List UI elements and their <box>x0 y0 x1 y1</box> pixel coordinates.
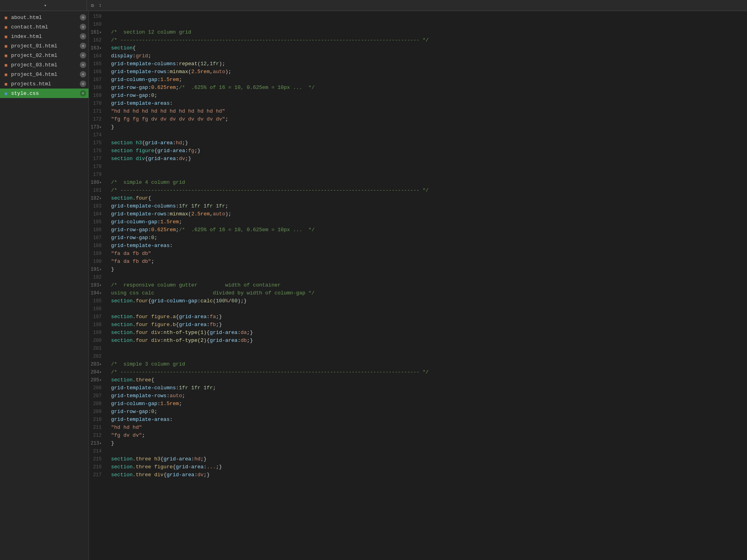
code-line <box>111 21 747 28</box>
code-editor[interactable]: 159160161 ▾162163 ▾164165166167168169170… <box>89 11 747 560</box>
code-line: /* -------------------------------------… <box>111 36 747 44</box>
code-line: grid-template-rows: minmax(2.5rem, auto)… <box>111 68 747 76</box>
line-number: 185 <box>89 218 105 226</box>
close-file-button[interactable]: ✕ <box>80 14 86 21</box>
document-selector[interactable]: ▾ <box>0 0 87 11</box>
sidebar-file-item[interactable]: project_01.html✕ <box>0 41 89 51</box>
code-line: grid-template-rows: auto; <box>111 392 747 400</box>
code-line: grid-column-gap: 1.5rem; <box>111 76 747 84</box>
code-line: /* -------------------------------------… <box>111 187 747 194</box>
sidebar-file-item[interactable]: index.html✕ <box>0 32 89 41</box>
file-sidebar: about.html✕contact.html✕index.html✕proje… <box>0 11 89 560</box>
line-number: 184 <box>89 210 105 218</box>
filepath-bar: ⚙ ↕ <box>87 0 106 11</box>
line-number: 192 <box>89 273 105 281</box>
code-line: grid-template-columns: 1fr 1fr 1fr; <box>111 384 747 392</box>
line-number: 160 <box>89 21 105 28</box>
code-line: section.four div:nth-of-type(2) { grid-a… <box>111 337 747 345</box>
code-line: grid-column-gap: 1.5rem; <box>111 400 747 408</box>
line-number: 198 <box>89 321 105 329</box>
code-line <box>111 163 747 171</box>
code-line <box>111 447 747 455</box>
code-line <box>111 353 747 360</box>
line-number: 194 ▾ <box>89 289 105 297</box>
code-line: /* responsive column gutter width of con… <box>111 281 747 289</box>
line-number: 172 <box>89 115 105 123</box>
file-name: contact.html <box>11 24 80 30</box>
close-file-button[interactable]: ✕ <box>80 71 86 77</box>
close-file-button[interactable]: ✕ <box>80 24 86 30</box>
close-file-button[interactable]: ✕ <box>80 62 86 68</box>
code-line: grid-template-areas: <box>111 242 747 250</box>
close-file-button[interactable]: ✕ <box>80 81 86 87</box>
sidebar-file-item[interactable]: about.html✕ <box>0 13 89 22</box>
line-number: 215 <box>89 455 105 463</box>
code-line: grid-row-gap: 0.625rem; /* .625% of 16 =… <box>111 226 747 234</box>
code-line: section.three div { grid-area: dv; } <box>111 471 747 479</box>
code-line: section figure { grid-area: fg; } <box>111 147 747 155</box>
line-number: 177 <box>89 155 105 163</box>
html-file-icon <box>3 43 9 49</box>
code-line: grid-row-gap: 0.625rem; /* .625% of 16 =… <box>111 84 747 92</box>
css-file-icon <box>3 91 9 96</box>
line-number: 216 <box>89 463 105 471</box>
file-name: project_01.html <box>11 43 80 49</box>
line-number: 165 <box>89 60 105 68</box>
code-line: section.three { <box>111 376 747 384</box>
sidebar-file-item[interactable]: project_02.html✕ <box>0 51 89 60</box>
line-number: 178 <box>89 163 105 171</box>
line-number: 189 <box>89 250 105 258</box>
code-line: grid-column-gap: 1.5rem; <box>111 218 747 226</box>
line-number: 170 <box>89 100 105 107</box>
main-layout: about.html✕contact.html✕index.html✕proje… <box>0 11 747 560</box>
line-number: 204 ▾ <box>89 368 105 376</box>
sidebar-file-item[interactable]: contact.html✕ <box>0 22 89 32</box>
code-line: "fg fg fg fg dv dv dv dv dv dv dv dv"; <box>111 115 747 123</box>
code-line: display: grid; <box>111 52 747 60</box>
close-file-button[interactable]: ✕ <box>80 52 86 58</box>
code-line <box>111 131 747 139</box>
code-line: section div { grid-area: dv; } <box>111 155 747 163</box>
line-number: 193 ▾ <box>89 281 105 289</box>
code-line: section { <box>111 44 747 52</box>
sidebar-file-item[interactable]: projects.html✕ <box>0 79 89 89</box>
line-number: 182 ▾ <box>89 194 105 202</box>
sidebar-file-item[interactable]: style.css✕ <box>0 89 89 98</box>
file-name: about.html <box>11 15 80 21</box>
file-name: project_04.html <box>11 72 80 77</box>
file-name: style.css <box>11 91 80 96</box>
code-line <box>111 273 747 281</box>
code-line: } <box>111 266 747 273</box>
line-number: 211 <box>89 424 105 432</box>
line-number: 179 <box>89 171 105 179</box>
code-line: section.four div:nth-of-type(1) { grid-a… <box>111 329 747 337</box>
line-number: 210 <box>89 416 105 424</box>
close-file-button[interactable]: ✕ <box>80 43 86 49</box>
close-file-button[interactable]: ✕ <box>80 33 86 40</box>
sidebar-file-item[interactable]: project_04.html✕ <box>0 70 89 79</box>
line-number: 186 <box>89 226 105 234</box>
line-number: 163 ▾ <box>89 44 105 52</box>
html-file-icon <box>3 34 9 39</box>
line-number: 180 ▾ <box>89 179 105 187</box>
close-file-button[interactable]: ✕ <box>80 90 86 96</box>
line-number: 205 ▾ <box>89 376 105 384</box>
line-number: 171 <box>89 107 105 115</box>
line-number: 169 <box>89 92 105 100</box>
line-number: 162 <box>89 36 105 44</box>
line-numbers: 159160161 ▾162163 ▾164165166167168169170… <box>89 11 108 560</box>
line-number: 196 <box>89 305 105 313</box>
code-line: } <box>111 123 747 131</box>
line-number: 201 <box>89 345 105 353</box>
line-number: 190 <box>89 258 105 266</box>
code-line: section.three h3 { grid-area: hd; } <box>111 455 747 463</box>
line-number: 159 <box>89 13 105 21</box>
code-line <box>111 345 747 353</box>
code-line: grid-row-gap: 0; <box>111 408 747 416</box>
topbar: ▾ ⚙ ↕ <box>0 0 747 11</box>
file-name: project_02.html <box>11 53 80 58</box>
chevron-down-icon: ▾ <box>44 3 84 8</box>
sidebar-file-item[interactable]: project_03.html✕ <box>0 60 89 70</box>
line-number: 213 ▾ <box>89 439 105 447</box>
gear-icon: ⚙ <box>91 2 94 9</box>
